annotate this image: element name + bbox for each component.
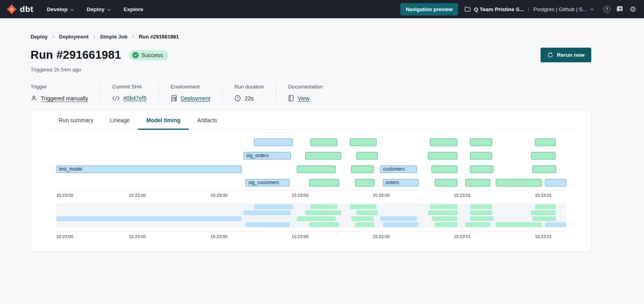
meta-environment: Environment Deployment [171,84,223,102]
chevron-down-icon [107,8,111,11]
gantt-bar[interactable] [310,204,337,209]
gantt-bar[interactable] [432,165,457,173]
help-icon[interactable]: ? [603,5,611,13]
gantt-bar-test_model[interactable] [56,216,242,221]
tab-model-timing[interactable]: Model timing [138,111,189,130]
gantt-bar[interactable] [310,139,337,146]
gantt-bar[interactable] [351,165,374,173]
gantt-bar[interactable] [355,179,375,187]
gantt-bar[interactable] [465,222,490,227]
gantt-bar[interactable] [351,216,374,221]
gantt-bar-orders[interactable] [383,222,419,227]
commit-sha-link[interactable]: #0b47ef5 [123,95,146,101]
gantt-bar-orders[interactable]: orders [383,179,419,187]
account-name[interactable]: Q Team Pristine S... [474,6,524,12]
gantt-bar[interactable] [254,139,293,146]
chevron-down-icon[interactable] [590,8,594,11]
breadcrumb: Deploy › Deployment › SImple Job › Run #… [31,33,591,40]
gantt-bar[interactable] [535,139,555,146]
nav-item-explore[interactable]: Explore [124,6,143,12]
gantt-bar[interactable] [545,222,566,227]
gantt-bar[interactable] [355,222,375,227]
gantt-bar[interactable] [430,204,457,209]
account-separator: / [527,6,530,12]
gantt-bar[interactable] [470,216,493,221]
gantt-bar[interactable] [297,165,336,173]
gantt-bar[interactable] [470,165,493,173]
gantt-bar-stg_orders[interactable]: stg_orders [243,152,291,160]
gantt-bar[interactable] [470,204,493,209]
nav-item-deploy[interactable]: Deploy [87,6,111,12]
tab-run-summary[interactable]: Run summary [50,111,101,130]
gantt-bar[interactable] [435,222,457,227]
gantt-bar[interactable] [305,210,341,215]
gantt-bar[interactable] [428,210,457,215]
gantt-bar[interactable] [532,165,556,173]
gantt-bar[interactable] [305,152,341,160]
gantt-bar[interactable] [496,222,542,227]
breadcrumb-job[interactable]: SImple Job [100,34,127,40]
gantt-bar-customers[interactable] [380,216,417,221]
gantt-bar[interactable] [356,210,378,215]
gantt-bar-label: orders [383,179,418,186]
gantt-bar[interactable] [545,179,566,187]
clock-icon [234,95,241,102]
trigger-value[interactable]: Triggered manually [41,95,88,102]
gantt-bar[interactable] [496,179,542,187]
gantt-bar[interactable] [470,152,493,160]
gantt-bar-stg_customers[interactable]: stg_customers [245,179,290,187]
gantt-bar-label: stg_orders [244,152,290,159]
dbt-logo[interactable]: dbt [6,4,33,15]
run-detail-card: Run summary Lineage Model timing Artifac… [31,110,591,252]
project-name[interactable]: Postgres | Github | S... [533,6,587,12]
gantt-bar[interactable] [309,222,339,227]
gantt-bar-label: test_model [57,166,241,173]
rerun-now-button[interactable]: Rerun now [541,48,591,62]
gantt-bar[interactable] [535,204,555,209]
dbt-logo-text: dbt [20,4,33,14]
x-tick-label: 15:23:00 [56,193,73,198]
tab-lineage[interactable]: Lineage [101,111,138,130]
timeline-overview-brush[interactable] [56,203,566,228]
breadcrumb-deployment[interactable]: Deployment [59,34,88,40]
success-check-icon [132,52,139,58]
gantt-bar-stg_customers[interactable] [245,222,290,227]
meta-trigger: Trigger Triggered manually [31,84,100,102]
x-tick-label: 15:23:00 [292,234,309,239]
nav-item-develop[interactable]: Develop [47,6,74,12]
breadcrumb-deploy[interactable]: Deploy [31,34,48,40]
folder-icon [464,6,471,12]
gantt-bar[interactable] [428,152,457,160]
documentation-view-link[interactable]: View [298,95,310,102]
feedback-icon[interactable] [616,5,624,13]
x-tick-label: 15:23:01 [454,193,471,198]
gantt-bar-test_model[interactable]: test_model [56,165,242,173]
gantt-bar[interactable] [297,216,336,221]
gantt-bar[interactable] [465,179,490,187]
gantt-bar[interactable] [350,204,376,209]
gantt-bar-stg_orders[interactable] [243,210,291,215]
gantt-bar[interactable] [432,216,457,221]
tab-artifacts[interactable]: Artifacts [189,111,225,130]
meta-commit-sha: Commit SHA #0b47ef5 [112,84,159,102]
gantt-bar[interactable] [532,216,556,221]
documentation-book-icon [288,95,294,102]
gantt-bar[interactable] [470,210,493,215]
gantt-bar[interactable] [430,139,457,146]
x-tick-label: 15:23:01 [454,234,471,239]
gantt-bar[interactable] [254,204,293,209]
breadcrumb-separator: › [52,33,54,40]
gantt-bar[interactable] [531,210,556,215]
gantt-bar[interactable] [309,179,339,187]
navigation-preview-button[interactable]: Navigation preview [400,3,458,15]
gantt-bar[interactable] [350,139,376,146]
gantt-bar[interactable] [470,139,493,146]
model-timing-chart: stg_orderstest_modelcustomersstg_custome… [56,139,566,239]
gantt-bar[interactable] [435,179,457,187]
breadcrumb-separator: › [93,33,95,40]
gear-icon[interactable]: ⚙ [629,5,637,13]
environment-link[interactable]: Deployment [181,95,210,102]
gantt-bar[interactable] [531,152,556,160]
gantt-bar-customers[interactable]: customers [380,165,417,173]
gantt-bar[interactable] [356,152,378,160]
